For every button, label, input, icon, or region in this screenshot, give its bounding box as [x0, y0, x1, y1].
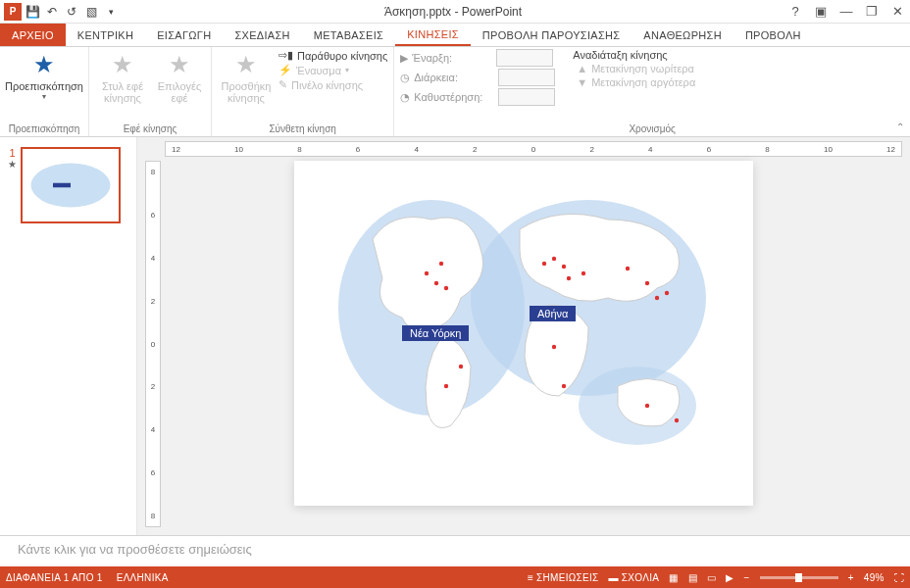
- move-later-button: ▼Μετακίνηση αργότερα: [573, 76, 695, 88]
- group-label-effects: Εφέ κίνησης: [95, 122, 205, 136]
- star-icon: ★: [112, 51, 133, 78]
- quick-access-toolbar: P 💾 ↶ ↺ ▧ ▾: [4, 3, 120, 21]
- svg-point-23: [645, 404, 649, 408]
- tab-file[interactable]: ΑΡΧΕΙΟ: [0, 24, 66, 46]
- app-icon: P: [4, 3, 22, 21]
- comments-icon: ▬: [609, 572, 619, 583]
- up-icon: ▲: [577, 63, 587, 74]
- pane-icon: ⇨▮: [278, 49, 293, 62]
- start-input: [496, 49, 553, 67]
- duration-label: Διάρκεια:: [414, 72, 494, 83]
- zoom-out-icon[interactable]: −: [743, 572, 749, 583]
- help-icon[interactable]: ?: [786, 4, 804, 19]
- window-title: Άσκηση.pptx - PowerPoint: [120, 5, 786, 19]
- zoom-in-icon[interactable]: +: [848, 572, 854, 583]
- zoom-level[interactable]: 49%: [864, 572, 885, 583]
- notes-pane[interactable]: Κάντε κλικ για να προσθέσετε σημειώσεις: [0, 535, 910, 566]
- label-new-york[interactable]: Νέα Υόρκη: [402, 325, 469, 341]
- thumbnail-number: 1: [9, 147, 15, 159]
- timing-fields: ▶Έναρξη: ◷Διάρκεια: ◔Καθυστέρηση:: [400, 49, 555, 122]
- star-play-icon: ★: [33, 51, 55, 78]
- svg-point-10: [459, 365, 463, 368]
- qat-dropdown-icon[interactable]: ▾: [102, 3, 120, 21]
- play-icon: ▶: [400, 52, 408, 65]
- slide-editor[interactable]: 12108642024681012 864202468: [137, 137, 910, 535]
- delay-label: Καθυστέρηση:: [414, 91, 494, 103]
- slideshow-view-icon[interactable]: ▶: [726, 572, 733, 583]
- language-indicator[interactable]: ΕΛΛΗΝΙΚΑ: [117, 572, 169, 583]
- zoom-knob[interactable]: [795, 573, 802, 582]
- svg-point-11: [444, 384, 448, 388]
- save-icon[interactable]: 💾: [24, 3, 41, 21]
- fit-to-window-icon[interactable]: ⛶: [894, 572, 904, 583]
- normal-view-icon[interactable]: ▦: [669, 572, 678, 583]
- svg-point-24: [675, 418, 679, 422]
- svg-point-22: [562, 384, 566, 388]
- star-plus-icon: ★: [235, 51, 257, 78]
- workspace: 1 ★ 12108642024681012 864202468: [0, 137, 910, 535]
- slide-canvas[interactable]: Νέα Υόρκη Αθήνα: [294, 161, 753, 506]
- tab-review[interactable]: ΑΝΑΘΕΩΡΗΣΗ: [632, 24, 733, 46]
- preview-label: Προεπισκόπηση: [5, 80, 83, 92]
- slide-counter[interactable]: ΔΙΑΦΑΝΕΙΑ 1 ΑΠΟ 1: [6, 572, 103, 583]
- tab-view[interactable]: ΠΡΟΒΟΛΗ: [733, 24, 813, 46]
- thumbnail-preview: [21, 147, 121, 223]
- svg-point-19: [655, 296, 659, 300]
- preview-button[interactable]: ★ Προεπισκόπηση ▾: [6, 49, 82, 122]
- start-label: Έναρξη:: [412, 52, 492, 64]
- reading-view-icon[interactable]: ▭: [707, 572, 716, 583]
- redo-icon[interactable]: ↺: [63, 3, 80, 21]
- group-label-preview: Προεπισκόπηση: [6, 122, 82, 136]
- svg-point-9: [439, 262, 443, 266]
- add-label: Προσθήκη κίνησης: [218, 80, 275, 104]
- window-controls: ? ▣ — ❐ ✕: [786, 4, 906, 19]
- group-preview: ★ Προεπισκόπηση ▾ Προεπισκόπηση: [0, 47, 89, 136]
- minimize-icon[interactable]: —: [837, 4, 855, 19]
- notes-icon: ≡: [528, 572, 533, 583]
- notes-placeholder: Κάντε κλικ για να προσθέσετε σημειώσεις: [18, 542, 252, 557]
- comments-toggle[interactable]: ▬ΣΧΟΛΙΑ: [609, 572, 660, 583]
- group-label-timing: Χρονισμός: [400, 122, 904, 136]
- title-bar: P 💾 ↶ ↺ ▧ ▾ Άσκηση.pptx - PowerPoint ? ▣…: [0, 0, 910, 24]
- svg-rect-2: [53, 183, 71, 188]
- sorter-view-icon[interactable]: ▤: [688, 572, 697, 583]
- tab-home[interactable]: ΚΕΝΤΡΙΚΗ: [66, 24, 145, 46]
- tab-transitions[interactable]: ΜΕΤΑΒΑΣΕΙΣ: [302, 24, 395, 46]
- svg-point-20: [665, 291, 669, 295]
- ribbon-display-icon[interactable]: ▣: [812, 4, 830, 19]
- animation-painter-button: ✎Πινέλο κίνησης: [278, 78, 387, 91]
- thumbnail-1[interactable]: 1 ★: [8, 147, 128, 223]
- world-map[interactable]: Νέα Υόρκη Αθήνα: [333, 190, 714, 465]
- animation-pane-button[interactable]: ⇨▮Παράθυρο κίνησης: [278, 49, 387, 62]
- svg-point-18: [645, 281, 649, 285]
- advanced-stack: ⇨▮Παράθυρο κίνησης ⚡Έναυσμα▾ ✎Πινέλο κίν…: [278, 49, 387, 122]
- group-label-advanced: Σύνθετη κίνηση: [218, 122, 387, 136]
- star-icon: ★: [169, 51, 190, 78]
- group-effects: ★ Στυλ εφέ κίνησης ★ Επιλογές εφέ Εφέ κί…: [89, 47, 212, 136]
- restore-icon[interactable]: ❐: [863, 4, 881, 19]
- tab-animations[interactable]: ΚΙΝΗΣΕΙΣ: [395, 24, 471, 46]
- map-thumb-icon: [26, 158, 115, 213]
- svg-point-21: [552, 345, 556, 349]
- start-from-beginning-icon[interactable]: ▧: [82, 3, 100, 21]
- collapse-ribbon-icon[interactable]: ⌃: [896, 122, 904, 132]
- close-icon[interactable]: ✕: [888, 4, 906, 19]
- svg-point-12: [542, 262, 546, 266]
- duration-input: [498, 69, 555, 86]
- horizontal-ruler: 12108642024681012: [165, 141, 902, 157]
- styles-label: Στυλ εφέ κίνησης: [95, 80, 150, 104]
- move-earlier-button: ▲Μετακίνηση νωρίτερα: [573, 63, 695, 74]
- tab-design[interactable]: ΣΧΕΔΙΑΣΗ: [223, 24, 301, 46]
- tab-insert[interactable]: ΕΙΣΑΓΩΓΗ: [145, 24, 223, 46]
- svg-point-7: [434, 281, 438, 285]
- label-athens[interactable]: Αθήνα: [530, 306, 576, 321]
- zoom-slider[interactable]: [760, 576, 838, 579]
- bolt-icon: ⚡: [278, 64, 292, 76]
- reorder-stack: Αναδιάταξη κίνησης ▲Μετακίνηση νωρίτερα …: [573, 49, 695, 122]
- svg-point-16: [581, 271, 585, 275]
- delay-icon: ◔: [400, 91, 410, 104]
- tab-slideshow[interactable]: ΠΡΟΒΟΛΗ ΠΑΡΟΥΣΙΑΣΗΣ: [471, 24, 632, 46]
- undo-icon[interactable]: ↶: [43, 3, 61, 21]
- trigger-button: ⚡Έναυσμα▾: [278, 64, 387, 76]
- notes-toggle[interactable]: ≡ΣΗΜΕΙΩΣΕΙΣ: [528, 572, 599, 583]
